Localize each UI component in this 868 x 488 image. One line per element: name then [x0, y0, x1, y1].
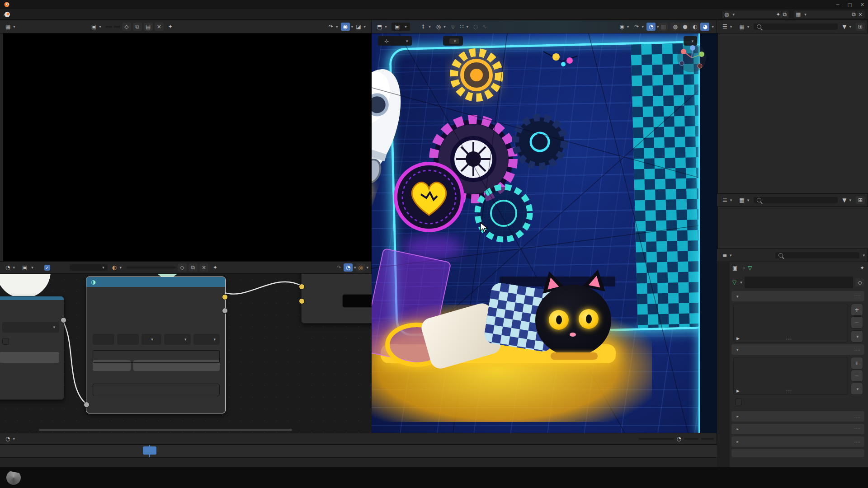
- clipped-panel-header[interactable]: [731, 449, 864, 457]
- add-workspace-button[interactable]: [21, 13, 29, 16]
- color-output-socket[interactable]: [222, 294, 228, 300]
- timeline-ruler[interactable]: [0, 445, 717, 458]
- list-resize-grip[interactable]: ∷∷: [786, 337, 791, 341]
- drag-mode-dropdown[interactable]: ▾: [449, 38, 459, 44]
- fake-user-shield-icon[interactable]: ◇: [122, 23, 131, 31]
- tool-settings-drag[interactable]: ▾: [443, 36, 463, 46]
- pin-icon[interactable]: ✦: [776, 11, 780, 18]
- editor-type-viewport[interactable]: ⬒▾: [374, 23, 390, 31]
- duplicate-image-icon[interactable]: ⧉: [133, 23, 142, 31]
- clamp-checkbox[interactable]: [2, 338, 9, 345]
- properties-search-input[interactable]: [775, 252, 860, 258]
- vertex-groups-panel-header[interactable]: ▾∷∷: [731, 291, 864, 301]
- editor-type-timeline[interactable]: ◔▾: [3, 435, 18, 443]
- editor-type-shader[interactable]: ◔▾: [3, 263, 18, 272]
- snap-node-icon[interactable]: ↷: [335, 263, 344, 272]
- image-name-field[interactable]: [106, 26, 112, 28]
- stopwatch-icon[interactable]: ◔: [677, 436, 681, 442]
- editor-type-outliner2[interactable]: ☰▾: [720, 196, 735, 204]
- new-collection-button[interactable]: ⊞: [856, 23, 865, 31]
- horizontal-scrollbar[interactable]: [39, 429, 292, 431]
- node-overlay-icon[interactable]: ◔: [344, 263, 353, 272]
- end-frame-field[interactable]: [701, 438, 714, 440]
- material-fake-user-icon[interactable]: ◇: [178, 263, 187, 272]
- outliner-display-mode[interactable]: ▦▾: [736, 23, 752, 31]
- rest-position-row[interactable]: [735, 399, 745, 405]
- shape-keys-list[interactable]: ▶ ∷∷: [733, 357, 848, 395]
- close-button[interactable]: ✕: [860, 2, 864, 8]
- unlink-image-icon[interactable]: ×: [155, 23, 164, 31]
- uv-maps-panel-header[interactable]: ▾∷∷: [731, 411, 864, 422]
- color-mode-dropdown[interactable]: ▾: [164, 334, 191, 345]
- remove-shape-key-button[interactable]: −: [851, 370, 863, 382]
- add-stop-button[interactable]: [93, 334, 114, 345]
- mode-selector[interactable]: ▣▾: [392, 23, 410, 31]
- falloff-curve-icon[interactable]: ∿: [480, 23, 489, 31]
- scene-selector[interactable]: ◍▾ ✦ ⧉: [722, 10, 789, 19]
- start-frame-field[interactable]: [684, 438, 698, 440]
- math-value-field[interactable]: [0, 352, 59, 363]
- nav-gizmo[interactable]: [677, 43, 706, 72]
- maximize-button[interactable]: ▢: [847, 2, 852, 8]
- new-scene-icon[interactable]: ⧉: [783, 11, 787, 18]
- image-pivot-icon[interactable]: ◪▾: [353, 23, 368, 31]
- use-nodes-checkbox[interactable]: ✓: [44, 265, 50, 271]
- shader-type-selector[interactable]: ▣▾: [19, 263, 36, 272]
- snap-uv-icon[interactable]: ↷▾: [326, 23, 341, 31]
- shading-solid-icon[interactable]: ●: [680, 23, 689, 31]
- material-browse-button[interactable]: ◐▾: [109, 263, 124, 272]
- new-collection-button[interactable]: ⊞: [856, 196, 865, 204]
- alpha-output-socket[interactable]: [222, 308, 228, 314]
- list-specials-icon[interactable]: ▶: [736, 336, 740, 341]
- add-vertex-group-button[interactable]: +: [851, 304, 863, 316]
- show-object-types[interactable]: ◉▾: [617, 23, 632, 31]
- mix-b-color-swatch[interactable]: [342, 294, 372, 308]
- shader-node-canvas[interactable]: ▾ ◑ ▾ ▾ ▾: [0, 274, 372, 433]
- color-gradient-bar[interactable]: [93, 350, 220, 363]
- editor-type-properties[interactable]: ≡▾: [720, 251, 735, 259]
- overlays-icon[interactable]: ◔: [646, 23, 656, 31]
- tool-settings-orientation[interactable]: ⊹ ▾: [378, 36, 412, 46]
- mix-b-socket[interactable]: [299, 298, 305, 304]
- colorramp-node-header[interactable]: ◑: [86, 277, 225, 287]
- mix-node[interactable]: [301, 274, 372, 324]
- math-clamp-row[interactable]: [2, 338, 59, 345]
- properties-options-chevron[interactable]: ▾: [863, 253, 865, 258]
- viewlayer-selector[interactable]: ▦▾ ⧉ ×: [793, 10, 865, 19]
- shape-key-specials-button[interactable]: ▾: [851, 383, 863, 395]
- material-name-field[interactable]: [126, 267, 176, 268]
- snap-target[interactable]: ∷▾: [458, 23, 471, 31]
- xray-icon[interactable]: ▥: [659, 23, 668, 31]
- list-specials-icon[interactable]: ▶: [736, 389, 740, 393]
- list-resize-grip[interactable]: ∷∷: [786, 389, 791, 394]
- shading-rendered-icon[interactable]: ◕: [700, 23, 709, 31]
- outliner2-display-mode[interactable]: ▦▾: [736, 196, 752, 204]
- shading-material-icon[interactable]: ◐: [690, 23, 699, 31]
- image-browse-button[interactable]: ▣▾: [89, 23, 104, 31]
- material-unlink-icon[interactable]: ×: [199, 263, 208, 272]
- outliner-filter-button[interactable]: ▼▾: [840, 23, 854, 31]
- transform-orientation[interactable]: ⭥▾: [419, 23, 434, 31]
- vertex-group-specials-button[interactable]: ▾: [851, 330, 863, 343]
- current-frame-field[interactable]: [639, 438, 674, 440]
- add-shape-key-button[interactable]: +: [851, 357, 863, 369]
- outliner2-filter-button[interactable]: ▼▾: [840, 196, 854, 204]
- stop-color-swatch[interactable]: [93, 384, 220, 396]
- mix-a-socket[interactable]: [299, 284, 305, 290]
- color-attributes-panel-header[interactable]: ▾∷∷: [731, 424, 864, 434]
- pin-icon[interactable]: ✦: [168, 23, 173, 30]
- remove-viewlayer-icon[interactable]: ×: [858, 11, 863, 18]
- interpolation-dropdown[interactable]: ▾: [193, 334, 220, 345]
- pin-icon[interactable]: ✦: [213, 264, 217, 271]
- math-node[interactable]: ▾: [0, 296, 64, 400]
- rest-position-checkbox[interactable]: [735, 399, 742, 405]
- pin-id-icon[interactable]: ✦: [860, 265, 864, 271]
- ramp-specials-dropdown[interactable]: ▾: [142, 334, 161, 345]
- shield-icon[interactable]: ◇: [855, 278, 864, 286]
- shading-wireframe-icon[interactable]: ◍: [670, 23, 679, 31]
- node-group-icon[interactable]: ◎: [356, 263, 365, 272]
- new-viewlayer-icon[interactable]: ⧉: [852, 11, 856, 18]
- editor-type-outliner[interactable]: ☰▾: [720, 23, 735, 31]
- remove-stop-button[interactable]: [117, 334, 139, 345]
- math-operation-dropdown[interactable]: ▾: [2, 322, 59, 333]
